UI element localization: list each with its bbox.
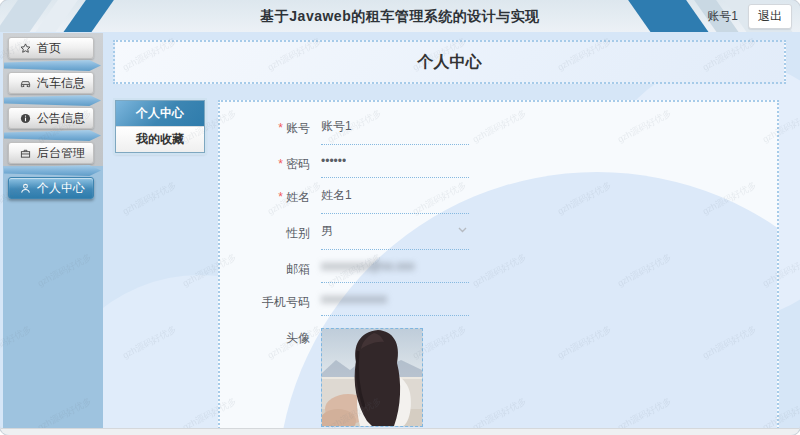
- sidebar-separator: [4, 95, 101, 106]
- person-icon: [20, 183, 31, 194]
- required-asterisk: *: [278, 190, 283, 204]
- username-label: 账号1: [707, 8, 738, 25]
- form-row: *性别 男: [238, 223, 777, 250]
- password-field[interactable]: ••••••: [321, 154, 469, 178]
- gender-select[interactable]: 男: [321, 223, 469, 250]
- profile-form-panel: *账号 账号1 *密码 •••••• *姓名 姓名1: [218, 100, 779, 429]
- field-label: *密码: [238, 154, 310, 173]
- star-icon: [20, 43, 31, 54]
- field-value: 男: [321, 223, 333, 240]
- app-window: 基于Javaweb的租车管理系统的设计与实现 账号1 退出 首页 汽车信息 公告…: [0, 0, 800, 435]
- field-value: ••••••: [321, 154, 346, 168]
- page-title-box: 个人中心: [113, 40, 786, 84]
- form-row: *姓名 姓名1: [238, 187, 777, 214]
- watermark-text: gzh源码好优多: [120, 179, 179, 218]
- app-title: 基于Javaweb的租车管理系统的设计与实现: [0, 0, 800, 32]
- user-bar: 账号1 退出: [707, 0, 792, 32]
- sidebar-item-profile[interactable]: 个人中心: [8, 177, 94, 199]
- account-field[interactable]: 账号1: [321, 118, 469, 145]
- profile-form: *账号 账号1 *密码 •••••• *姓名 姓名1: [238, 118, 777, 316]
- tab-favorites[interactable]: 我的收藏: [116, 126, 204, 152]
- tab-profile[interactable]: 个人中心: [116, 101, 204, 126]
- avatar-image[interactable]: [321, 328, 423, 427]
- field-label: *姓名: [238, 187, 310, 206]
- required-asterisk: *: [278, 121, 283, 135]
- email-field[interactable]: xxxxxxxx@xx.xxx: [321, 259, 469, 283]
- form-row: *邮箱 xxxxxxxx@xx.xxx: [238, 259, 777, 283]
- car-icon: [20, 78, 31, 89]
- name-field[interactable]: 姓名1: [321, 187, 469, 214]
- sidebar-separator: [4, 130, 101, 141]
- briefcase-icon: [20, 148, 31, 159]
- window-footer: [0, 428, 800, 435]
- sidebar-separator: [4, 60, 101, 71]
- field-value: xxxxxxxx@xx.xxx: [321, 259, 415, 273]
- avatar-row: 头像: [238, 328, 777, 427]
- field-label: *邮箱: [238, 259, 310, 278]
- required-asterisk: *: [278, 157, 283, 171]
- info-icon: [20, 113, 31, 124]
- form-row: *密码 ••••••: [238, 154, 777, 178]
- field-value: 姓名1: [321, 187, 352, 204]
- sidebar-item-admin[interactable]: 后台管理: [8, 142, 94, 164]
- sidebar-menu: 首页 汽车信息 公告信息 后台管理 个人中心: [3, 33, 103, 199]
- field-label: *性别: [238, 223, 310, 242]
- page-title: 个人中心: [115, 42, 784, 82]
- sidebar-item-announcements[interactable]: 公告信息: [8, 107, 94, 129]
- field-value: 账号1: [321, 118, 352, 135]
- sidebar: 首页 汽车信息 公告信息 后台管理 个人中心: [3, 33, 103, 429]
- field-label: *手机号码: [238, 292, 310, 311]
- form-row: *账号 账号1: [238, 118, 777, 145]
- field-label: *账号: [238, 118, 310, 137]
- profile-tabs: 个人中心 我的收藏: [115, 100, 205, 153]
- field-value: xxxxxxxxxxx: [321, 292, 387, 306]
- avatar-photo-illustration: [322, 329, 422, 426]
- app-header: 基于Javaweb的租车管理系统的设计与实现: [0, 0, 800, 32]
- logout-button[interactable]: 退出: [748, 4, 792, 29]
- phone-field[interactable]: xxxxxxxxxxx: [321, 292, 469, 316]
- chevron-down-icon[interactable]: [458, 227, 467, 233]
- avatar-label: 头像: [238, 328, 310, 347]
- sidebar-item-home[interactable]: 首页: [8, 37, 94, 59]
- sidebar-item-cars[interactable]: 汽车信息: [8, 72, 94, 94]
- form-row: *手机号码 xxxxxxxxxxx: [238, 292, 777, 316]
- sidebar-separator: [4, 165, 101, 176]
